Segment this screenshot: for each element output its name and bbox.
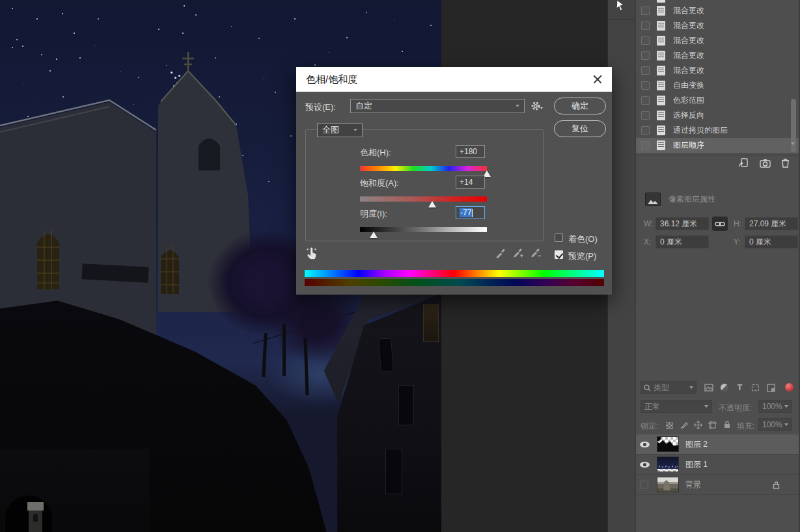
x-label: X: [644,237,651,246]
fill-field[interactable]: 100% [758,418,792,431]
x-field[interactable]: 0 厘米 [655,235,709,248]
preset-label: 预设(E): [305,101,336,113]
properties-panel: 像素图层属性 W: 36.12 厘米 H: 27.09 厘米 X: 0 厘米 Y… [636,170,799,379]
blend-mode-select[interactable]: 正常 [641,400,712,413]
visibility-toggle[interactable] [636,462,653,468]
history-state-icon [657,126,665,135]
history-source-well[interactable] [641,51,650,60]
preview-checkbox[interactable] [555,250,563,259]
history-source-well[interactable] [641,21,650,30]
link-dimensions-button[interactable] [712,217,728,231]
layer-row[interactable]: 背景 [636,475,799,495]
lightness-slider[interactable] [360,227,487,232]
history-item[interactable]: 混合更改 [636,48,799,63]
eyedropper-minus-icon[interactable] [531,247,542,258]
history-source-well[interactable] [641,81,650,90]
lightness-value-field[interactable]: -77 [456,206,485,219]
colorize-checkbox[interactable] [555,233,563,242]
layer-name[interactable]: 图层 1 [685,459,708,470]
filter-adjustment-layers-icon[interactable] [719,383,729,392]
filter-type-layers-icon[interactable]: T [735,382,745,392]
reset-button[interactable]: 复位 [554,120,606,137]
history-source-well[interactable] [641,36,650,45]
search-icon [644,384,651,392]
history-item[interactable]: 混合更改 [636,18,799,33]
house-window-lit [423,304,439,342]
history-source-well[interactable] [641,111,650,120]
eyedropper-icon[interactable] [495,247,506,258]
filter-shape-layers-icon[interactable] [751,383,760,392]
chevron-down-icon [784,423,788,426]
history-item-selected[interactable]: 图层顺序 [636,138,799,153]
layer-row[interactable]: 图层 2 [636,434,799,455]
chevron-down-icon [704,405,708,408]
ok-button[interactable]: 确定 [554,98,606,114]
eyedropper-plus-icon[interactable] [513,247,524,258]
layer-row[interactable]: 图层 1 [636,455,799,475]
history-source-well[interactable] [641,7,650,15]
history-item[interactable]: 自由变换 [636,78,799,93]
dialog-titlebar[interactable]: 色相/饱和度 [296,67,612,92]
history-state-icon [657,66,665,75]
saturation-value-field[interactable]: +14 [456,176,485,189]
house-window [378,338,394,372]
panel-dock: 混合更改 混合更改 混合更改 混合更改 混合更改 自由变换 色彩范围 选择反向 … [635,0,800,532]
fence-post [283,324,286,376]
layer-filter-toggle[interactable] [785,383,793,392]
history-source-well[interactable] [641,141,650,150]
width-field[interactable]: 36.12 厘米 [655,217,709,230]
layer-name[interactable]: 背景 [685,479,701,490]
layer-thumbnail[interactable] [657,477,679,492]
layer-thumbnail[interactable] [657,457,679,472]
history-item[interactable]: 色彩范围 [636,93,799,108]
history-source-well[interactable] [641,96,650,105]
preset-options-button[interactable] [531,100,544,114]
delete-state-trash-icon[interactable] [781,158,790,168]
history-state-icon [657,111,665,120]
hue-value-field[interactable]: +180 [456,145,485,158]
new-document-from-state-icon[interactable] [738,158,749,168]
history-item[interactable]: 通过拷贝的图层 [636,123,799,138]
history-state-icon [657,21,665,31]
lock-transparency-icon[interactable] [665,421,674,430]
filter-smart-objects-icon[interactable] [766,383,776,392]
saturation-slider[interactable] [360,196,487,202]
hue-saturation-dialog: 色相/饱和度 预设(E): 自定 确定 复位 全图 色相(H): +180 饱和… [296,67,612,295]
history-panel: 混合更改 混合更改 混合更改 混合更改 混合更改 自由变换 色彩范围 选择反向 … [636,0,799,170]
lock-label: 锁定: [641,421,658,432]
filter-pixel-layers-icon[interactable] [704,383,713,392]
y-field[interactable]: 0 厘米 [745,235,798,248]
layer-filter-type-select[interactable]: 类型 [641,381,697,394]
width-label: W: [644,219,653,228]
lock-image-brush-icon[interactable] [679,420,689,429]
chevron-down-icon [784,405,788,408]
targeted-adjustment-tool[interactable] [305,246,318,262]
history-source-well[interactable] [641,66,650,75]
hue-slider[interactable] [360,166,487,171]
eye-icon [640,462,650,468]
close-button[interactable] [583,67,612,92]
preset-select[interactable]: 自定 [350,99,525,113]
height-label: H: [734,219,741,228]
lightness-slider-handle[interactable] [370,232,378,238]
dialog-title: 色相/饱和度 [306,73,357,86]
new-snapshot-camera-icon[interactable] [760,159,771,168]
history-item[interactable]: 混合更改 [636,3,799,18]
lock-position-move-icon[interactable] [693,420,703,429]
layer-name[interactable]: 图层 2 [685,439,708,450]
history-item[interactable]: 混合更改 [636,63,799,78]
visibility-toggle[interactable] [636,442,653,447]
channel-select[interactable]: 全图 [317,123,363,137]
history-item[interactable]: 选择反向 [636,108,799,123]
visibility-toggle[interactable] [636,481,653,488]
history-item[interactable]: 混合更改 [636,33,799,48]
history-source-well[interactable] [641,126,650,135]
lock-artboard-icon[interactable] [708,420,717,429]
layer-thumbnail[interactable] [657,436,679,452]
lock-all-icon[interactable] [722,419,732,429]
pixel-layer-icon [645,193,661,206]
history-state-icon [657,96,665,105]
opacity-field[interactable]: 100% [758,400,792,413]
height-field[interactable]: 27.09 厘米 [745,217,798,230]
saturation-slider-handle[interactable] [428,201,436,207]
